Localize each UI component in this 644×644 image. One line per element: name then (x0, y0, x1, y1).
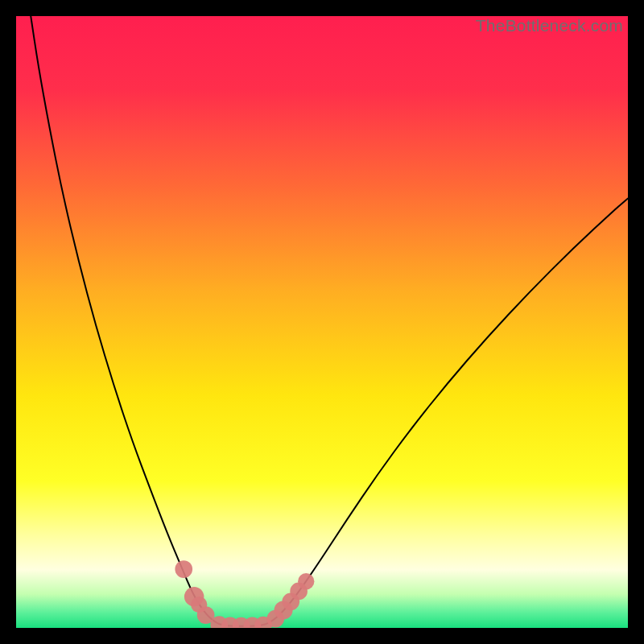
data-marker (175, 560, 192, 578)
chart-svg (16, 16, 628, 628)
watermark-text: TheBottleneck.com (476, 16, 623, 35)
chart-plot-area (16, 16, 628, 628)
chart-background (16, 16, 628, 628)
data-marker (298, 573, 314, 589)
chart-frame: TheBottleneck.com (16, 16, 628, 628)
